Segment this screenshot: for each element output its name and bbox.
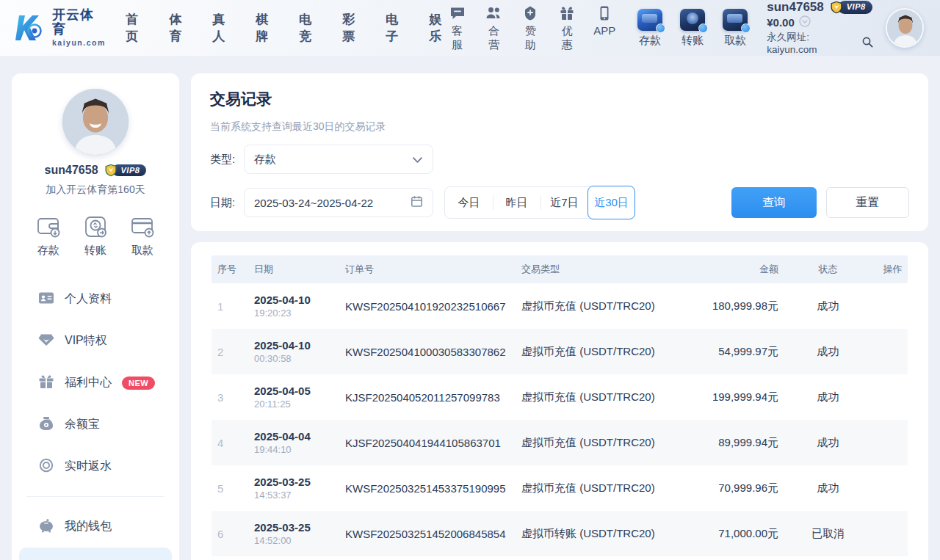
col-date: 日期 bbox=[250, 263, 336, 276]
date-range-input[interactable]: 2025-03-24~2025-04-22 bbox=[244, 188, 433, 217]
id-card-icon bbox=[38, 291, 54, 308]
sidebar-item-vip-label: VIP特权 bbox=[65, 333, 107, 349]
nav-item[interactable]: 彩票 bbox=[337, 11, 361, 45]
brand-logo[interactable]: 开云体育 kaiyun.com bbox=[0, 8, 106, 47]
nav-item[interactable]: 体育 bbox=[164, 11, 187, 45]
withdraw-link[interactable]: 取款 bbox=[723, 9, 748, 48]
page-title: 交易记录 bbox=[210, 89, 909, 109]
sidebar-item-vip[interactable]: VIP特权 bbox=[12, 320, 179, 362]
brand-domain: kaiyun.com bbox=[52, 39, 106, 48]
sidebar-withdraw-button[interactable]: 取款 bbox=[129, 214, 156, 258]
row-date: 2025-04-10 bbox=[254, 294, 336, 306]
header-avatar[interactable] bbox=[886, 8, 924, 48]
date-range-button[interactable]: 今日 bbox=[445, 186, 493, 219]
sidebar-item-wallet[interactable]: 我的钱包 bbox=[12, 506, 179, 548]
row-index: 2 bbox=[212, 346, 250, 358]
col-amount: 金额 bbox=[683, 263, 778, 276]
profile-avatar bbox=[62, 89, 129, 155]
sidebar-item-welfare[interactable]: 福利中心 NEW bbox=[12, 362, 179, 404]
row-status: 成功 bbox=[778, 481, 878, 495]
promo-label: 优惠 bbox=[557, 24, 577, 52]
table-row: 3 2025-04-05 20:11:25 KJSF20250405201125… bbox=[212, 374, 908, 420]
nav-item[interactable]: 首页 bbox=[120, 11, 144, 45]
sidebar-deposit-button[interactable]: 存款 bbox=[35, 214, 62, 258]
wallet-outline-icon bbox=[35, 214, 62, 239]
sidebar-transfer-button[interactable]: 转账 bbox=[82, 214, 109, 258]
sponsor-link[interactable]: 赞助 bbox=[520, 4, 540, 52]
col-status: 状态 bbox=[778, 263, 878, 276]
sidebar: sun47658 VIP8 加入开云体育第160天 bbox=[12, 73, 179, 560]
header-wallet-links: 存款 转账 取款 bbox=[637, 9, 748, 48]
top-navbar: 开云体育 kaiyun.com 首页 体育 真人 棋牌 电竞 彩票 电子 娱乐 … bbox=[0, 0, 940, 56]
sidebar-item-yuebao-label: 余额宝 bbox=[65, 417, 100, 432]
col-type: 交易类型 bbox=[507, 263, 683, 276]
row-datetime: 2025-04-05 20:11:25 bbox=[250, 385, 336, 410]
phone-icon bbox=[596, 4, 613, 22]
sidebar-item-rebate[interactable]: 实时返水 bbox=[12, 446, 179, 487]
partnership-label: 合营 bbox=[484, 24, 505, 52]
piggy-bank-icon bbox=[38, 518, 54, 536]
sidebar-item-profile[interactable]: 个人资料 bbox=[12, 278, 179, 320]
row-time: 20:11:25 bbox=[254, 399, 336, 410]
nav-item[interactable]: 娱乐 bbox=[424, 11, 447, 45]
table-header: 序号 日期 订单号 交易类型 金额 状态 操作 bbox=[212, 255, 908, 283]
sidebar-item-welfare-label: 福利中心 bbox=[65, 375, 112, 390]
withdraw-label: 取款 bbox=[724, 34, 746, 48]
promo-link[interactable]: 优惠 bbox=[557, 4, 577, 52]
new-badge: NEW bbox=[122, 377, 155, 390]
gift-icon bbox=[38, 374, 54, 392]
main-nav: 首页 体育 真人 棋牌 电竞 彩票 电子 娱乐 bbox=[120, 11, 447, 45]
row-amount: 70,999.96元 bbox=[683, 481, 778, 495]
chat-icon bbox=[449, 4, 466, 22]
row-index: 5 bbox=[212, 482, 250, 495]
date-range-button[interactable]: 昨日 bbox=[493, 186, 540, 219]
type-select[interactable]: 存款 bbox=[244, 145, 433, 174]
row-index: 6 bbox=[212, 528, 250, 540]
partnership-link[interactable]: 合营 bbox=[484, 4, 505, 52]
date-range-button[interactable]: 近7日 bbox=[540, 186, 588, 219]
header-quick-links: 客服 合营 赞助 优惠 APP bbox=[447, 4, 616, 52]
search-button[interactable]: 查询 bbox=[731, 187, 817, 218]
exchange-outline-icon bbox=[82, 214, 109, 239]
calendar-icon bbox=[411, 195, 423, 210]
app-label: APP bbox=[593, 24, 615, 37]
transactions-table-card: 序号 日期 订单号 交易类型 金额 状态 操作 1 2025-04-10 19:… bbox=[191, 242, 928, 560]
row-status: 成功 bbox=[778, 345, 878, 359]
app-link[interactable]: APP bbox=[593, 4, 615, 52]
diamond-icon bbox=[38, 332, 54, 350]
permanent-url: 永久网址: kaiyun.com bbox=[767, 32, 858, 57]
shield-badge-icon bbox=[521, 4, 539, 22]
chevron-down-icon bbox=[412, 153, 423, 166]
row-amount: 54,999.97元 bbox=[683, 345, 778, 359]
row-type: 虚拟币充值 (USDT/TRC20) bbox=[507, 299, 683, 313]
table-row: 1 2025-04-10 19:20:23 KWSF20250410192023… bbox=[212, 283, 908, 329]
date-quick-range-group: 今日 昨日 近7日 近30日 bbox=[444, 186, 635, 219]
nav-item[interactable]: 电子 bbox=[380, 11, 404, 45]
row-type: 虚拟币充值 (USDT/TRC20) bbox=[507, 436, 683, 450]
card-outline-icon bbox=[129, 214, 156, 239]
deposit-link[interactable]: 存款 bbox=[637, 9, 662, 48]
nav-item[interactable]: 真人 bbox=[207, 11, 231, 45]
row-date: 2025-04-05 bbox=[254, 385, 336, 397]
sidebar-item-transactions[interactable]: 交易记录 bbox=[19, 548, 172, 560]
transfer-link[interactable]: 转账 bbox=[680, 9, 705, 48]
date-range-button[interactable]: 近30日 bbox=[588, 186, 635, 219]
nav-item[interactable]: 电竞 bbox=[294, 11, 317, 45]
table-row: 2 2025-04-10 00:30:58 KWSF20250410003058… bbox=[212, 329, 908, 374]
joined-days: 加入开云体育第160天 bbox=[46, 183, 145, 197]
date-label: 日期: bbox=[210, 196, 244, 210]
transfer-icon bbox=[680, 9, 705, 31]
balance-refresh-icon[interactable] bbox=[799, 15, 811, 31]
sidebar-item-yuebao[interactable]: 余额宝 bbox=[12, 404, 179, 446]
row-type: 虚拟币充值 (USDT/TRC20) bbox=[507, 345, 683, 359]
reset-button[interactable]: 重置 bbox=[826, 187, 909, 218]
transfer-label: 转账 bbox=[682, 34, 704, 48]
table-row: 5 2025-03-25 14:53:37 KWSF20250325145337… bbox=[212, 465, 908, 511]
nav-item[interactable]: 棋牌 bbox=[250, 11, 274, 45]
deposit-label: 存款 bbox=[639, 34, 661, 48]
support-link[interactable]: 客服 bbox=[447, 4, 468, 52]
sidebar-divider bbox=[26, 496, 164, 497]
filter-card: 交易记录 当前系统支持查询最近30日的交易记录 类型: 存款 日期: 2025-… bbox=[191, 73, 928, 231]
search-icon[interactable] bbox=[861, 36, 874, 52]
profile-vip-shield-icon bbox=[104, 163, 118, 178]
